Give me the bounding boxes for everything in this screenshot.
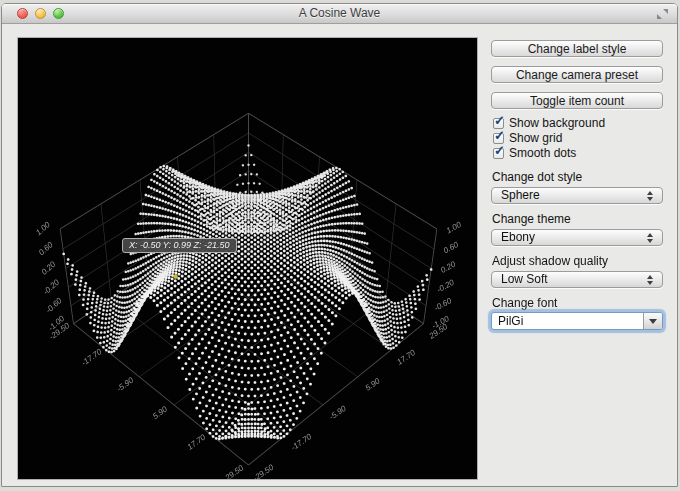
updown-arrows-icon [647,191,654,201]
checkbox-show-background[interactable]: ✓ Show background [493,116,605,130]
window-title: A Cosine Wave [2,4,677,23]
checkmark-icon: ✓ [494,113,505,128]
shadow-quality-select[interactable]: Low Soft [491,271,663,288]
dot-style-select[interactable]: Sphere [491,187,663,204]
font-select[interactable]: PilGi [491,312,663,330]
scatter-3d-canvas[interactable] [18,38,477,479]
change-camera-preset-button[interactable]: Change camera preset [491,66,663,83]
screen: A Cosine Wave X: -0.50 Y: 0.99 Z: -21.50… [0,0,680,491]
checkmark-icon: ✓ [494,143,505,158]
control-panel: Change label style Change camera preset … [489,34,675,480]
theme-label: Change theme [492,212,571,226]
updown-arrows-icon [647,233,654,243]
toggle-item-count-button[interactable]: Toggle item count [491,92,663,109]
theme-select[interactable]: Ebony [491,229,663,246]
dot-style-label: Change dot style [492,170,582,184]
fullscreen-icon[interactable] [657,9,668,19]
checkbox-smooth-dots[interactable]: ✓ Smooth dots [493,146,576,160]
change-label-style-button[interactable]: Change label style [491,40,663,57]
updown-arrows-icon [647,275,654,285]
app-window: A Cosine Wave X: -0.50 Y: 0.99 Z: -21.50… [1,3,678,487]
selected-point-label: X: -0.50 Y: 0.99 Z: -21.50 [122,238,237,253]
dropdown-arrow-icon[interactable] [643,313,662,329]
font-label: Change font [492,296,557,310]
titlebar[interactable]: A Cosine Wave [2,4,677,24]
scatter-plot-area: X: -0.50 Y: 0.99 Z: -21.50 [17,37,478,480]
shadow-quality-label: Adjust shadow quality [492,254,608,268]
checkmark-icon: ✓ [494,128,505,143]
checkbox-box: ✓ [493,148,504,159]
